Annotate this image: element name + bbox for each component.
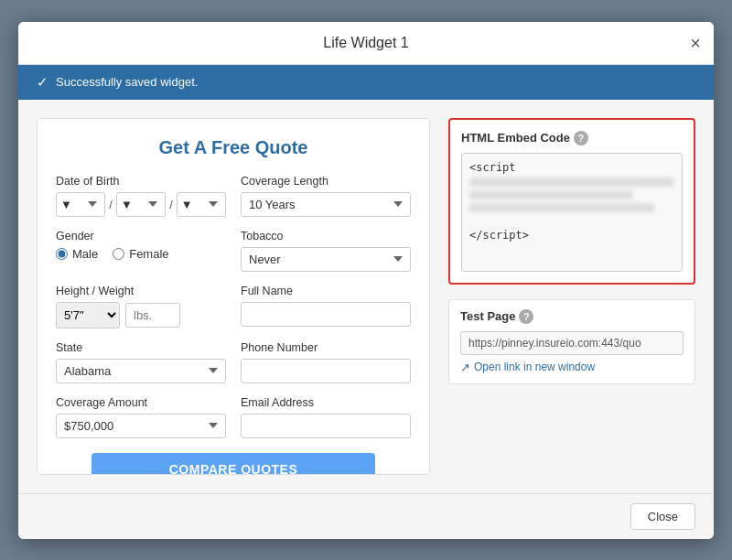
success-bar: ✓ Successfully saved widget. (18, 65, 714, 100)
modal-header: Life Widget 1 × (18, 22, 714, 65)
dob-day-select[interactable]: ▼ (116, 192, 166, 217)
embed-label-text: HTML Embed Code (461, 131, 570, 145)
email-input[interactable] (241, 414, 411, 438)
embed-code-blur1 (469, 178, 674, 187)
phone-input[interactable] (241, 359, 411, 383)
dob-sep2: / (169, 198, 173, 211)
embed-code-start: <script (469, 161, 674, 174)
quote-title: Get A Free Quote (56, 137, 411, 158)
modal: Life Widget 1 × ✓ Successfully saved wid… (18, 22, 714, 539)
coverage-length-col: Coverage Length 10 Years 15 Years 20 Yea… (241, 175, 411, 217)
form-row-height-fullname: Height / Weight 5'7" 5'0" 5'5" 6'0" Full… (56, 285, 411, 328)
email-col: Email Address (241, 396, 411, 438)
coverage-amount-label: Coverage Amount (56, 396, 226, 409)
dob-row: ▼ / ▼ / ▼ (56, 192, 226, 217)
form-row-coverage-email: Coverage Amount $250,000 $500,000 $750,0… (56, 396, 411, 438)
email-label: Email Address (241, 396, 411, 409)
embed-help-icon[interactable]: ? (574, 131, 588, 145)
state-label: State (56, 341, 226, 354)
height-weight-col: Height / Weight 5'7" 5'0" 5'5" 6'0" (56, 285, 226, 328)
height-weight-label: Height / Weight (56, 285, 226, 297)
dob-col: Date of Birth ▼ / ▼ / ▼ (56, 175, 226, 217)
dob-month-select[interactable]: ▼ (56, 192, 105, 217)
gender-male-text: Male (72, 247, 98, 261)
tobacco-select[interactable]: Never Yes (241, 247, 411, 272)
compare-quotes-button[interactable]: COMPARE QUOTES (92, 453, 375, 475)
weight-input[interactable] (125, 303, 180, 328)
full-name-label: Full Name (241, 285, 411, 297)
test-page-label: Test Page ? (460, 309, 684, 324)
dob-sep1: / (109, 198, 113, 211)
coverage-amount-col: Coverage Amount $250,000 $500,000 $750,0… (56, 396, 226, 438)
state-select[interactable]: Alabama Alaska Arizona (56, 359, 226, 383)
gender-male-label[interactable]: Male (56, 247, 98, 261)
embed-code-blur2 (469, 190, 633, 199)
gender-female-radio[interactable] (113, 248, 124, 260)
coverage-length-select[interactable]: 10 Years 15 Years 20 Years 25 Years 30 Y… (241, 192, 411, 217)
success-message: Successfully saved widget. (56, 75, 198, 89)
gender-label: Gender (56, 230, 226, 242)
gender-radio-group: Male Female (56, 247, 226, 261)
success-icon: ✓ (37, 74, 48, 91)
embed-code-blur3 (469, 203, 654, 212)
state-col: State Alabama Alaska Arizona (56, 341, 226, 383)
coverage-amount-select[interactable]: $250,000 $500,000 $750,000 $1,000,000 (56, 414, 226, 438)
tobacco-label: Tobacco (241, 230, 411, 242)
open-link-text: Open link in new window (474, 361, 595, 373)
open-link-button[interactable]: ↗ Open link in new window (460, 361, 684, 374)
tobacco-col: Tobacco Never Yes (241, 230, 411, 272)
gender-female-text: Female (129, 247, 168, 261)
phone-label: Phone Number (241, 341, 411, 354)
form-row-gender-tobacco: Gender Male Female Tobacco (56, 230, 411, 272)
dob-label: Date of Birth (56, 175, 226, 188)
full-name-col: Full Name (241, 285, 411, 328)
test-page-help-icon[interactable]: ? (519, 309, 533, 324)
height-select[interactable]: 5'7" 5'0" 5'5" 6'0" (56, 302, 120, 328)
dob-year-select[interactable]: ▼ (177, 192, 226, 217)
quote-panel: Get A Free Quote Date of Birth ▼ / ▼ / (37, 118, 430, 475)
test-page-section: Test Page ? ↗ Open link in new window (448, 299, 695, 384)
modal-footer: Close (18, 493, 714, 539)
height-row: 5'7" 5'0" 5'5" 6'0" (56, 302, 226, 328)
test-page-label-text: Test Page (460, 309, 515, 323)
full-name-input[interactable] (241, 302, 411, 327)
modal-title: Life Widget 1 (323, 35, 408, 50)
right-panel: HTML Embed Code ? <script </script> Test… (448, 118, 695, 475)
modal-body: Get A Free Quote Date of Birth ▼ / ▼ / (18, 100, 714, 493)
phone-col: Phone Number (241, 341, 411, 383)
form-row-dob-coverage: Date of Birth ▼ / ▼ / ▼ (56, 175, 411, 217)
close-button[interactable]: Close (630, 503, 695, 530)
gender-col: Gender Male Female (56, 230, 226, 272)
embed-section: HTML Embed Code ? <script </script> (448, 118, 695, 285)
embed-code-end: </script> (469, 229, 674, 242)
gender-female-label[interactable]: Female (113, 247, 168, 261)
embed-code-display[interactable]: <script </script> (461, 153, 683, 272)
test-page-url-input[interactable] (460, 331, 684, 355)
embed-label: HTML Embed Code ? (461, 131, 683, 145)
modal-close-button[interactable]: × (690, 34, 701, 52)
gender-male-radio[interactable] (56, 248, 68, 260)
form-row-state-phone: State Alabama Alaska Arizona Phone Numbe… (56, 341, 411, 383)
coverage-length-label: Coverage Length (241, 175, 411, 188)
external-link-icon: ↗ (460, 361, 470, 374)
